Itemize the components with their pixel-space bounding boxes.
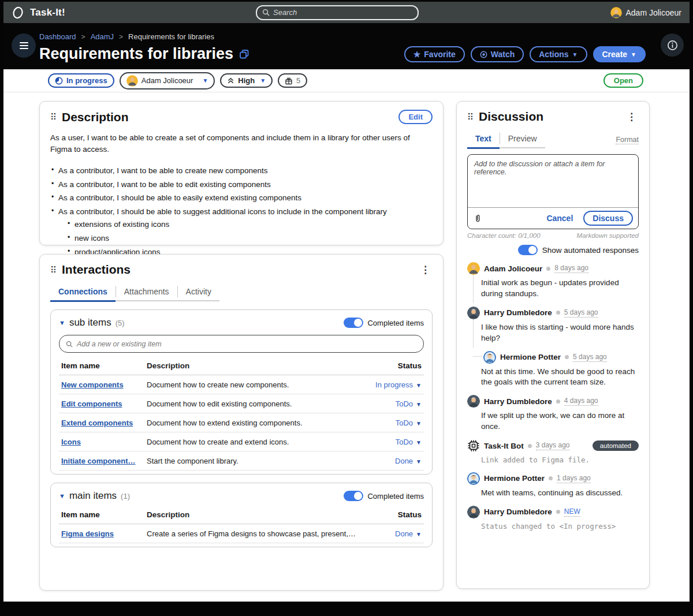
discussion-editor[interactable]: Add to the discussion or attach a item f… (467, 154, 639, 229)
item-link[interactable]: New components (61, 380, 124, 389)
dot-separator (556, 311, 560, 315)
comment-timestamp[interactable]: 5 days ago (573, 353, 607, 362)
status-dropdown[interactable]: In progress▼ (359, 380, 422, 389)
status-dropdown[interactable]: ToDo▼ (359, 438, 422, 446)
comment-body: Initial work as begun - updates provided… (481, 278, 639, 300)
tab-text[interactable]: Text (467, 132, 500, 147)
comment-timestamp[interactable]: 8 days ago (554, 264, 588, 273)
format-link[interactable]: Format (616, 136, 639, 144)
automated-responses-toggle[interactable] (518, 245, 538, 255)
edit-button[interactable]: Edit (398, 110, 433, 124)
toggle-label: Show automated responses (542, 246, 639, 255)
breadcrumb-item[interactable]: Dashboard (39, 32, 76, 41)
comment-timestamp[interactable]: NEW (564, 507, 580, 517)
status-dropdown[interactable]: Done▼ (359, 529, 422, 538)
comment-timestamp[interactable]: 4 days ago (564, 397, 598, 406)
avatar (467, 395, 480, 408)
comment-body: I like how this is starting - would more… (481, 322, 639, 344)
tab-activity[interactable]: Activity (178, 285, 219, 300)
actions-dropdown[interactable]: Actions▼ (530, 46, 587, 62)
status-chip[interactable]: In progress (48, 73, 114, 88)
discuss-button[interactable]: Discuss (583, 211, 633, 226)
drag-handle-icon[interactable]: ⠿ (50, 266, 57, 274)
description-cell: Create a series of Figma designs to show… (147, 529, 359, 538)
drag-handle-icon[interactable]: ⠿ (467, 113, 474, 121)
status-dropdown[interactable]: ToDo▼ (359, 400, 422, 408)
favorite-button[interactable]: ★ Favorite (404, 46, 465, 62)
add-item-input[interactable]: Add a new or existing item (59, 335, 424, 353)
column-header: Item name (61, 361, 147, 370)
item-link[interactable]: Edit components (61, 400, 122, 408)
main-items-card: ▼ main items (1) Completed items Item na… (50, 483, 433, 547)
status-dropdown[interactable]: ToDo▼ (359, 419, 422, 427)
copy-icon[interactable] (239, 49, 249, 59)
create-dropdown[interactable]: Create▼ (593, 46, 646, 62)
user-menu[interactable]: Adam Jolicoeur (610, 7, 682, 18)
comment-body: Not at this time. We should be good to r… (481, 367, 639, 389)
kebab-menu-icon[interactable]: ⋮ (418, 264, 433, 276)
comment-timestamp[interactable]: 5 days ago (564, 308, 598, 318)
tab-attachments[interactable]: Attachments (116, 285, 177, 300)
attach-icon[interactable] (474, 214, 482, 223)
tab-connections[interactable]: Connections (50, 285, 116, 300)
chevron-down-icon: ▼ (260, 77, 266, 84)
info-button[interactable] (661, 33, 684, 57)
comment-author: Harry Dumbledore (484, 397, 552, 406)
page-title: Requirements for libraries (39, 45, 249, 63)
item-link[interactable]: Icons (61, 438, 81, 446)
status-dropdown[interactable]: Done▼ (359, 457, 422, 465)
table-row: Figma designsCreate a series of Figma de… (59, 524, 424, 543)
description-bullet-list: As a contributor, I want to be able to c… (50, 165, 433, 257)
points-chip[interactable]: 5 (278, 73, 307, 88)
comment: Adam Jolicoeur8 days agoInitial work as … (467, 260, 639, 300)
panel-title: Description (62, 110, 129, 124)
comment-author: Hermione Potter (500, 353, 561, 361)
completed-items-toggle[interactable] (344, 318, 363, 328)
meta-bar: In progress Adam Jolicoeur ▼ High ▼ 5 Op… (3, 69, 690, 92)
menu-button[interactable] (12, 33, 36, 58)
global-search-input[interactable]: Search (256, 5, 419, 20)
info-icon (667, 40, 678, 51)
cancel-button[interactable]: Cancel (546, 214, 573, 223)
comment: Harry Dumbledore5 days agoI like how thi… (467, 304, 639, 344)
search-icon (66, 341, 73, 348)
column-header: Description (147, 361, 359, 370)
table-header-row: Item nameDescriptionStatus (59, 356, 424, 375)
table-row: New componentsDocument how to create new… (59, 375, 424, 394)
chevron-down-icon: ▼ (572, 51, 578, 58)
comment-list: Adam Jolicoeur8 days agoInitial work as … (467, 260, 639, 531)
tab-preview[interactable]: Preview (500, 132, 545, 147)
assignee-dropdown[interactable]: Adam Jolicoeur ▼ (120, 72, 215, 89)
breadcrumb-item[interactable]: AdamJ (91, 32, 114, 41)
collapse-triangle-icon[interactable]: ▼ (59, 319, 65, 326)
column-header: Status (359, 510, 422, 519)
comment-body: If we split up the work, we can do more … (481, 410, 639, 432)
comment-header: Hermione Potter1 days ago (467, 470, 639, 486)
item-cell: Initiate component… (61, 457, 147, 465)
star-icon: ★ (413, 50, 421, 59)
dot-separator (528, 444, 532, 448)
comment-header: Harry DumbledoreNEW (467, 503, 639, 520)
drag-handle-icon[interactable]: ⠿ (50, 113, 57, 121)
comment: Hermione Potter1 days agoMet with teams,… (467, 470, 639, 499)
priority-dropdown[interactable]: High ▼ (220, 73, 273, 88)
avatar (610, 7, 622, 18)
list-count: (5) (116, 319, 125, 327)
chevron-down-icon: ▼ (416, 420, 422, 427)
character-count: Character count: 0/1,000 (467, 232, 541, 239)
item-link[interactable]: Figma designs (61, 529, 114, 538)
description-bullet: As a contributor, I want to be able to c… (50, 165, 433, 177)
avatar (467, 472, 480, 485)
breadcrumb-separator: > (81, 33, 85, 41)
item-link[interactable]: Initiate component… (61, 457, 136, 465)
comment-timestamp[interactable]: 3 days ago (536, 441, 570, 450)
progress-pie-icon (55, 77, 63, 85)
comment-timestamp[interactable]: 1 days ago (557, 474, 591, 483)
comment-header: Task-It Bot3 days agoautomated (467, 437, 639, 453)
watch-button[interactable]: Watch (471, 46, 524, 62)
collapse-triangle-icon[interactable]: ▼ (59, 492, 65, 499)
completed-items-toggle[interactable] (344, 491, 363, 501)
item-link[interactable]: Extend components (61, 419, 133, 427)
kebab-menu-icon[interactable]: ⋮ (624, 111, 639, 123)
comment-author: Harry Dumbledore (484, 308, 552, 317)
